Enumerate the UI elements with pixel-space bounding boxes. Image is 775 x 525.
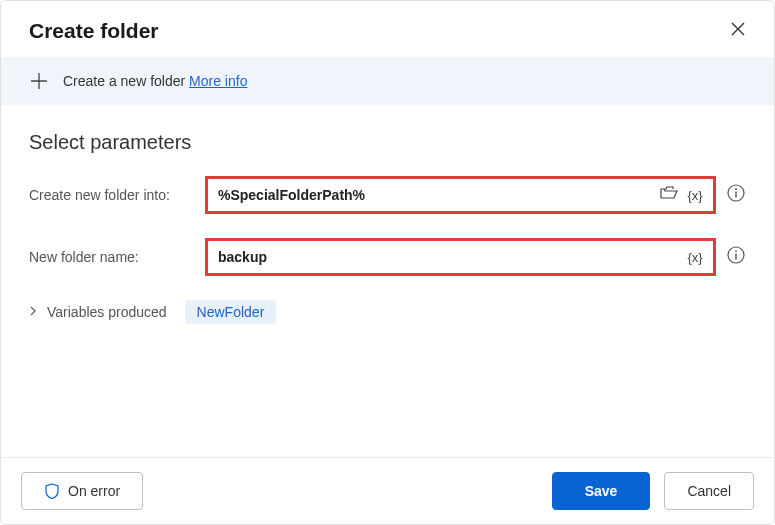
more-info-link[interactable]: More info xyxy=(189,73,247,89)
plus-icon xyxy=(29,71,49,91)
variables-produced-row: Variables produced NewFolder xyxy=(29,300,746,324)
field-wrap-folder-name: {x} xyxy=(205,238,746,276)
input-folder-name[interactable] xyxy=(216,248,679,266)
variable-pill-newfolder[interactable]: NewFolder xyxy=(185,300,277,324)
dialog-title: Create folder xyxy=(29,19,159,43)
section-title: Select parameters xyxy=(29,131,746,154)
variable-picker-button[interactable]: {x} xyxy=(685,185,705,205)
row-folder-name: New folder name: {x} xyxy=(29,238,746,276)
shield-icon xyxy=(44,483,60,499)
field-folder-name[interactable]: {x} xyxy=(205,238,716,276)
svg-rect-5 xyxy=(735,254,736,260)
dialog-footer: On error Save Cancel xyxy=(1,457,774,524)
info-button-folder-name[interactable] xyxy=(726,247,746,267)
cancel-button[interactable]: Cancel xyxy=(664,472,754,510)
info-button-folder-into[interactable] xyxy=(726,185,746,205)
label-folder-into: Create new folder into: xyxy=(29,187,193,203)
close-button[interactable] xyxy=(726,19,750,43)
on-error-label: On error xyxy=(68,483,120,499)
field-folder-into[interactable]: {x} xyxy=(205,176,716,214)
close-icon xyxy=(731,22,745,40)
banner-text: Create a new folder More info xyxy=(63,73,247,89)
braces-x-icon: {x} xyxy=(687,188,702,203)
field-wrap-folder-into: {x} xyxy=(205,176,746,214)
variable-picker-button-name[interactable]: {x} xyxy=(685,247,705,267)
row-folder-into: Create new folder into: {x} xyxy=(29,176,746,214)
chevron-right-icon xyxy=(29,306,37,318)
braces-x-icon: {x} xyxy=(687,250,702,265)
create-folder-dialog: Create folder Create a new folder More i… xyxy=(0,0,775,525)
info-icon xyxy=(727,246,745,268)
folder-open-icon xyxy=(660,186,678,204)
banner-message: Create a new folder xyxy=(63,73,189,89)
info-banner: Create a new folder More info xyxy=(1,57,774,105)
svg-point-4 xyxy=(735,250,737,252)
label-folder-name: New folder name: xyxy=(29,249,193,265)
input-folder-into[interactable] xyxy=(216,186,653,204)
svg-point-1 xyxy=(735,188,737,190)
svg-rect-2 xyxy=(735,192,736,198)
browse-folder-button[interactable] xyxy=(659,185,679,205)
info-icon xyxy=(727,184,745,206)
dialog-header: Create folder xyxy=(1,1,774,57)
dialog-content: Select parameters Create new folder into… xyxy=(1,105,774,457)
on-error-button[interactable]: On error xyxy=(21,472,143,510)
footer-right: Save Cancel xyxy=(552,472,754,510)
variables-produced-label[interactable]: Variables produced xyxy=(47,304,167,320)
expand-variables-button[interactable] xyxy=(29,306,37,318)
save-button[interactable]: Save xyxy=(552,472,651,510)
footer-left: On error xyxy=(21,472,143,510)
